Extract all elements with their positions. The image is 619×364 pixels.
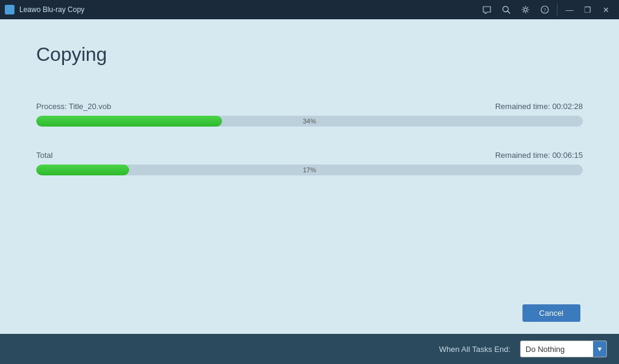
total-progress-fill (36, 165, 129, 175)
app-icon (5, 5, 14, 14)
minimize-button[interactable]: — (561, 2, 578, 17)
process-percent: 34% (303, 118, 316, 125)
process-remained: Remained time: 00:02:28 (495, 102, 583, 111)
svg-point-1 (8, 8, 11, 11)
process-label: Process: Title_20.vob (36, 102, 111, 111)
title-bar-left: Leawo Blu-ray Copy (5, 5, 84, 14)
tasks-end-dropdown-container[interactable]: Do Nothing Shut Down Hibernate Stand By … (520, 340, 607, 357)
process-progress-bar: 34% (36, 116, 583, 127)
svg-text:?: ? (544, 7, 546, 13)
cancel-button[interactable]: Cancel (522, 304, 580, 322)
help-icon[interactable]: ? (536, 2, 553, 17)
chat-icon[interactable] (478, 2, 495, 17)
close-button[interactable]: ✕ (597, 2, 614, 17)
main-content: Copying Process: Title_20.vob Remained t… (0, 19, 619, 334)
svg-point-4 (524, 8, 527, 11)
total-section: Total Remained time: 00:06:15 17% (36, 151, 583, 175)
process-progress-fill (36, 116, 222, 127)
search-icon[interactable] (498, 2, 515, 17)
total-remained: Remained time: 00:06:15 (495, 151, 583, 160)
bottom-bar: When All Tasks End: Do Nothing Shut Down… (0, 334, 619, 364)
total-info: Total Remained time: 00:06:15 (36, 151, 583, 160)
page-title: Copying (36, 43, 583, 66)
total-progress-bar: 17% (36, 165, 583, 175)
total-label: Total (36, 151, 52, 160)
tasks-end-dropdown[interactable]: Do Nothing Shut Down Hibernate Stand By (521, 342, 593, 356)
app-title: Leawo Blu-ray Copy (19, 5, 84, 14)
process-info: Process: Title_20.vob Remained time: 00:… (36, 102, 583, 111)
when-label: When All Tasks End: (439, 345, 510, 354)
process-section: Process: Title_20.vob Remained time: 00:… (36, 102, 583, 127)
toolbar-icons: ? (478, 2, 553, 17)
total-percent: 17% (303, 166, 316, 174)
title-bar: Leawo Blu-ray Copy (0, 0, 619, 19)
dropdown-arrow-icon: ▼ (593, 341, 606, 357)
settings-icon[interactable] (517, 2, 534, 17)
svg-line-3 (508, 11, 510, 14)
restore-button[interactable]: ❐ (579, 2, 596, 17)
